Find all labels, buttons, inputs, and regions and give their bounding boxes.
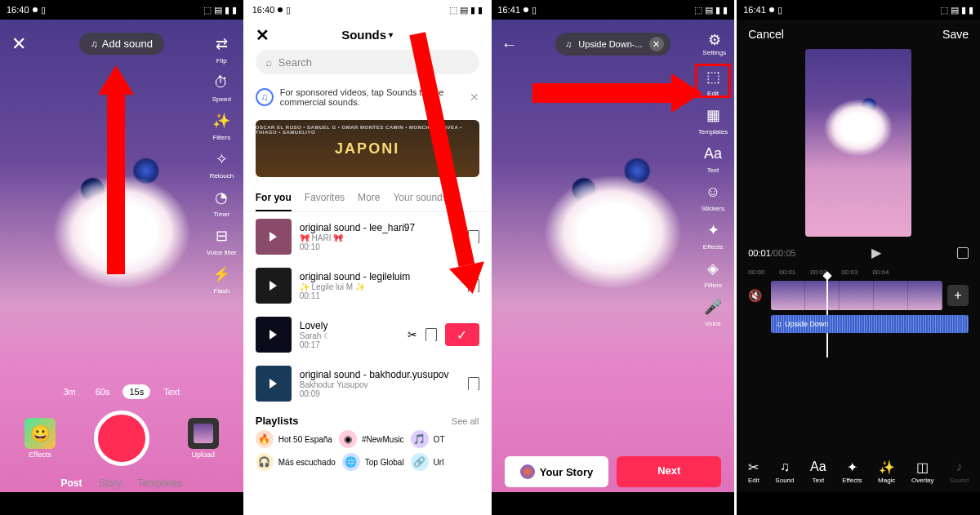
status-bar: 16:41▯ ⬚▤▮▮ [492,0,735,20]
add-sound-button[interactable]: ♫ Add sound [79,33,164,55]
status-bar: 16:40▯ ⬚▤▮▮ [0,0,243,20]
sound-thumbnail[interactable] [256,219,292,255]
music-note-icon: ♫ [776,320,782,328]
sound-item[interactable]: Lovely Sarah ☾ 00:17 ✂✓ [256,310,479,359]
save-button[interactable]: Save [942,28,969,41]
tab-for-you[interactable]: For you [256,185,292,211]
edit-icon: ✂ [748,460,759,474]
voice filter-icon: ⊟ [210,224,233,247]
sound-thumbnail[interactable] [256,317,292,353]
bookmark-icon[interactable] [468,377,479,390]
editor-tool-sound[interactable]: ♫Sound [775,460,794,484]
tab-more[interactable]: More [358,185,380,211]
effects-icon: ✦ [847,460,858,474]
mode-tab-post[interactable]: Post [61,477,82,489]
side-tool-retouch[interactable]: ✧Retouch [207,148,237,180]
playlists-label: Playlists [256,415,299,427]
screen-record: 16:40▯ ⬚▤▮▮ ✕ ♫ Add sound ⇄Flip⏱Speed✨Fi… [0,0,243,515]
video-clip[interactable] [874,281,908,310]
sounds-title[interactable]: Sounds▾ [341,28,393,42]
playlist-icon: 🔥 [256,430,274,448]
video-clip[interactable] [840,281,874,310]
editor-tool-overlay[interactable]: ◫Overlay [911,460,934,484]
sound-item[interactable]: original sound - legileluim ✨ Legile lui… [256,261,479,310]
cast-icon: ⬚ [940,5,948,16]
video-track[interactable]: 🔇 + [748,281,969,310]
side-tool-effects[interactable]: ✦Effects [698,219,728,251]
close-icon[interactable]: ✕ [11,33,26,55]
side-tool-flip[interactable]: ⇄Flip [207,33,237,64]
notification-dot [523,7,528,12]
side-tool-filters[interactable]: ◈Filters [698,257,728,289]
add-clip-button[interactable]: + [947,285,969,306]
play-icon[interactable]: ▶ [871,245,881,260]
your-story-button[interactable]: Your Story [505,456,609,487]
cancel-button[interactable]: Cancel [748,28,784,41]
search-input[interactable]: ⌕ Search [256,50,479,74]
side-tool-voice[interactable]: 🎤Voice [698,295,728,327]
sound-thumbnail[interactable] [256,268,292,304]
duration-chip-15s[interactable]: 15s [122,384,150,399]
next-button[interactable]: Next [617,456,721,487]
video-preview[interactable] [805,49,911,237]
sound-item[interactable]: original sound - lee_hari97 🎀 HARI 🎀 00:… [256,212,479,261]
editor-tool-edit[interactable]: ✂Edit [748,460,760,484]
close-icon[interactable]: ✕ [470,91,479,104]
side-tool-voice-filter[interactable]: ⊟Voice filter [207,224,237,256]
see-all-link[interactable]: See all [452,416,479,426]
screen-timeline-editor: 16:41▯ ⬚▤▮▮ Cancel Save 00:01/00:05 ▶ 00… [737,0,980,515]
duration-chip-Text[interactable]: Text [157,384,186,399]
status-bar: 16:40▯ ⬚▤▮▮ [246,0,489,20]
sound-pill[interactable]: ♫ Upside Down-... ✕ [555,33,670,55]
effects-button[interactable]: 😀 Effects [24,418,56,459]
side-tool-text[interactable]: AaText [698,142,728,174]
select-sound-button[interactable]: ✓ [445,323,479,346]
side-tool-flash[interactable]: ⚡Flash [207,263,237,295]
settings-button[interactable]: ⚙ Settings [702,31,726,56]
bookmark-icon[interactable] [425,328,437,341]
duration-chip-3m[interactable]: 3m [56,384,82,399]
side-tool-filters[interactable]: ✨Filters [207,109,237,141]
expand-icon[interactable] [957,247,969,259]
editor-tool-effects[interactable]: ✦Effects [842,460,862,484]
magic-icon: ✨ [879,460,895,474]
side-tool-stickers[interactable]: ☺Stickers [698,180,728,212]
play-icon [270,232,277,242]
mode-tab-story[interactable]: Story [99,477,122,489]
side-tool-speed[interactable]: ⏱Speed [207,71,237,103]
remove-sound-icon[interactable]: ✕ [649,37,664,51]
status-time: 16:41 [498,5,521,15]
tab-your-sounds[interactable]: Your sounds [393,185,447,211]
video-clip[interactable] [771,281,805,310]
upload-button[interactable]: Upload [188,418,219,459]
sound-item[interactable]: original sound - bakhodur.yusupov Bakhod… [256,359,479,408]
scissors-icon[interactable]: ✂ [408,328,417,341]
tab-favorites[interactable]: Favorites [305,185,345,211]
duration-chip-60s[interactable]: 60s [89,384,117,399]
playlist-item[interactable]: 🎧Más escuchado [256,453,336,471]
editor-tool-magic[interactable]: ✨Magic [878,460,895,484]
close-icon[interactable]: ✕ [256,25,270,45]
video-clip[interactable] [908,281,942,310]
editor-tool-text[interactable]: AaText [810,460,826,484]
video-clip[interactable] [805,281,840,310]
mode-tab-templates[interactable]: Templates [138,477,183,489]
sound-artist: ✨ Legile lui M ✨ [300,282,460,291]
sound-thumbnail[interactable] [256,366,292,402]
screen-edit: 16:41▯ ⬚▤▮▮ ← ♫ Upside Down-... ✕ ⚙ Sett… [492,0,735,515]
playlist-item[interactable]: ◉#NewMusic [339,430,404,448]
playlist-item[interactable]: 🎵OT [411,430,445,448]
back-icon[interactable]: ← [501,35,518,54]
sponsor-icon: ♫ [256,88,274,106]
cast-icon: ⬚ [694,5,702,16]
sound-track[interactable]: ♫ Upside Down [771,315,969,333]
playlist-icon: 🔗 [411,453,429,471]
playlist-item[interactable]: 🔗Url [411,453,444,471]
side-tool-timer[interactable]: ◔Timer [207,186,237,218]
chevron-down-icon: ▾ [389,30,393,39]
playlist-item[interactable]: 🔥Hot 50 España [256,430,332,448]
playlist-item[interactable]: 🌐Top Global [342,453,404,471]
side-tool-templates[interactable]: ▦Templates [698,104,728,135]
mute-icon[interactable]: 🔇 [748,289,764,302]
record-button[interactable] [94,411,149,466]
